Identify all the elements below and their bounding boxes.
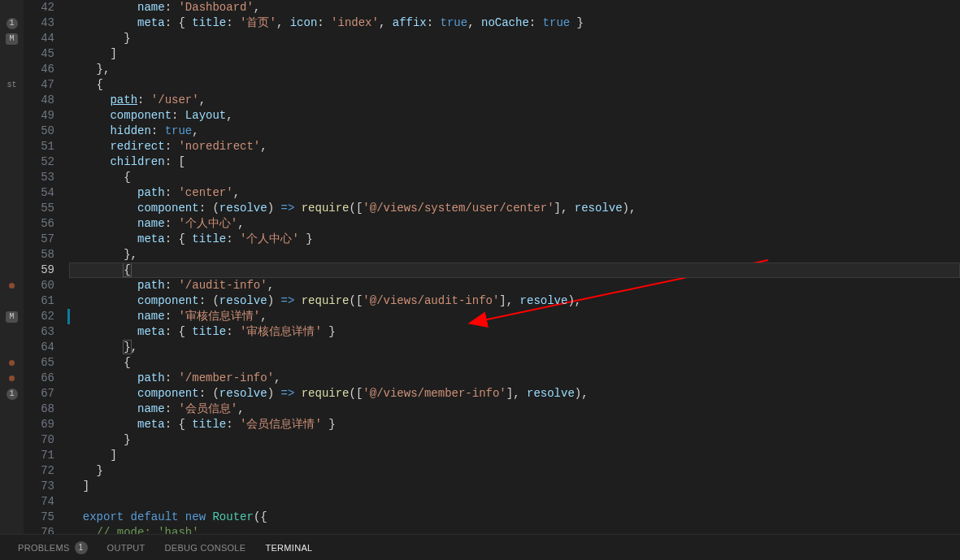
code-line[interactable]: }, bbox=[69, 247, 960, 263]
explorer-decor-item: st bbox=[0, 77, 24, 93]
panel-tab-terminal[interactable]: TERMINAL bbox=[265, 543, 312, 553]
explorer-decor-item bbox=[0, 124, 24, 139]
line-number: 75 bbox=[24, 510, 54, 525]
code-line[interactable]: hidden: true, bbox=[69, 124, 960, 139]
line-number: 58 bbox=[24, 247, 54, 263]
panel-tab-problems[interactable]: PROBLEMS1 bbox=[18, 541, 88, 554]
line-number: 72 bbox=[24, 463, 54, 479]
code-editor[interactable]: 4243444546474849505152535455565758596061… bbox=[24, 0, 960, 534]
explorer-decor-item bbox=[0, 170, 24, 185]
line-number: 50 bbox=[24, 124, 54, 139]
code-line[interactable]: { bbox=[69, 170, 960, 185]
line-number: 54 bbox=[24, 185, 54, 201]
line-number: 59 bbox=[24, 263, 54, 278]
code-line[interactable]: ] bbox=[69, 448, 960, 463]
code-line[interactable]: name: '会员信息', bbox=[69, 402, 960, 417]
explorer-decor-item bbox=[0, 0, 24, 15]
code-line[interactable]: export default new Router({ bbox=[69, 510, 960, 525]
code-line[interactable]: meta: { title: '会员信息详情' } bbox=[69, 417, 960, 432]
panel-tab-debug-console[interactable]: DEBUG CONSOLE bbox=[165, 543, 246, 553]
line-number: 43 bbox=[24, 15, 54, 31]
line-number: 47 bbox=[24, 77, 54, 93]
modified-indicator bbox=[67, 309, 70, 324]
line-number: 53 bbox=[24, 170, 54, 185]
explorer-decor-item bbox=[0, 355, 24, 371]
code-line[interactable]: path: 'center', bbox=[69, 185, 960, 201]
line-number: 71 bbox=[24, 448, 54, 463]
line-number: 46 bbox=[24, 62, 54, 77]
code-line[interactable]: } bbox=[69, 432, 960, 448]
explorer-decor-item bbox=[0, 371, 24, 386]
code-line[interactable]: path: '/user', bbox=[69, 93, 960, 108]
explorer-decor-item: 1 bbox=[0, 386, 24, 402]
explorer-decor-item bbox=[0, 154, 24, 170]
explorer-decor-item bbox=[0, 232, 24, 247]
code-line[interactable]: name: 'Dashboard', bbox=[69, 0, 960, 15]
line-number: 70 bbox=[24, 432, 54, 448]
line-number: 44 bbox=[24, 31, 54, 46]
line-number: 67 bbox=[24, 386, 54, 402]
code-line[interactable]: path: '/member-info', bbox=[69, 371, 960, 386]
explorer-decor-item bbox=[0, 62, 24, 77]
code-line[interactable]: } bbox=[69, 463, 960, 479]
code-line[interactable]: component: Layout, bbox=[69, 108, 960, 124]
explorer-decor-item bbox=[0, 263, 24, 278]
code-line[interactable]: meta: { title: '个人中心' } bbox=[69, 232, 960, 247]
code-line[interactable]: // mode: 'hash', bbox=[69, 525, 960, 534]
panel-tab-label: OUTPUT bbox=[107, 543, 146, 553]
explorer-decor-item bbox=[0, 340, 24, 355]
line-number: 73 bbox=[24, 479, 54, 494]
explorer-decor-item bbox=[0, 247, 24, 263]
explorer-decor-item bbox=[0, 293, 24, 309]
line-number: 55 bbox=[24, 201, 54, 216]
explorer-decor-item bbox=[0, 185, 24, 201]
code-line[interactable]: redirect: 'noredirect', bbox=[69, 139, 960, 154]
line-number: 56 bbox=[24, 216, 54, 232]
panel-tab-label: TERMINAL bbox=[265, 543, 312, 553]
line-number-gutter: 4243444546474849505152535455565758596061… bbox=[24, 0, 69, 534]
code-line[interactable]: meta: { title: '审核信息详情' } bbox=[69, 324, 960, 340]
line-number: 52 bbox=[24, 154, 54, 170]
line-number: 45 bbox=[24, 46, 54, 62]
line-number: 76 bbox=[24, 525, 54, 534]
panel-tab-output[interactable]: OUTPUT bbox=[107, 543, 146, 553]
explorer-decor-item: 1 bbox=[0, 15, 24, 31]
explorer-decor-item: M bbox=[0, 309, 24, 324]
line-number: 57 bbox=[24, 232, 54, 247]
code-line[interactable]: name: '审核信息详情', bbox=[69, 309, 960, 324]
explorer-decor-item bbox=[0, 108, 24, 124]
line-number: 60 bbox=[24, 278, 54, 293]
code-line[interactable]: meta: { title: '首页', icon: 'index', affi… bbox=[69, 15, 960, 31]
code-line[interactable]: ] bbox=[69, 46, 960, 62]
code-line[interactable]: component: (resolve) => require(['@/view… bbox=[69, 293, 960, 309]
code-line[interactable]: { bbox=[69, 355, 960, 371]
code-line[interactable]: { bbox=[69, 263, 960, 278]
code-line[interactable]: } bbox=[69, 31, 960, 46]
code-line[interactable]: }, bbox=[69, 62, 960, 77]
code-line[interactable]: component: (resolve) => require(['@/view… bbox=[69, 386, 960, 402]
line-number: 62 bbox=[24, 309, 54, 324]
line-number: 49 bbox=[24, 108, 54, 124]
code-line[interactable]: name: '个人中心', bbox=[69, 216, 960, 232]
line-number: 42 bbox=[24, 0, 54, 15]
code-line[interactable]: children: [ bbox=[69, 154, 960, 170]
line-number: 68 bbox=[24, 402, 54, 417]
panel-tab-label: DEBUG CONSOLE bbox=[165, 543, 246, 553]
line-number: 51 bbox=[24, 139, 54, 154]
code-line[interactable]: }, bbox=[69, 340, 960, 355]
line-number: 61 bbox=[24, 293, 54, 309]
explorer-decor-item bbox=[0, 324, 24, 340]
problems-count-badge: 1 bbox=[75, 541, 88, 554]
code-line[interactable]: path: '/audit-info', bbox=[69, 278, 960, 293]
line-number: 63 bbox=[24, 324, 54, 340]
explorer-decor-item bbox=[0, 278, 24, 293]
explorer-decor-item bbox=[0, 216, 24, 232]
code-line[interactable]: component: (resolve) => require(['@/view… bbox=[69, 201, 960, 216]
code-line[interactable] bbox=[69, 494, 960, 510]
line-number: 64 bbox=[24, 340, 54, 355]
code-line[interactable]: { bbox=[69, 77, 960, 93]
code-content[interactable]: name: 'Dashboard', meta: { title: '首页', … bbox=[69, 0, 960, 534]
line-number: 65 bbox=[24, 355, 54, 371]
explorer-decor-item bbox=[0, 201, 24, 216]
code-line[interactable]: ] bbox=[69, 479, 960, 494]
